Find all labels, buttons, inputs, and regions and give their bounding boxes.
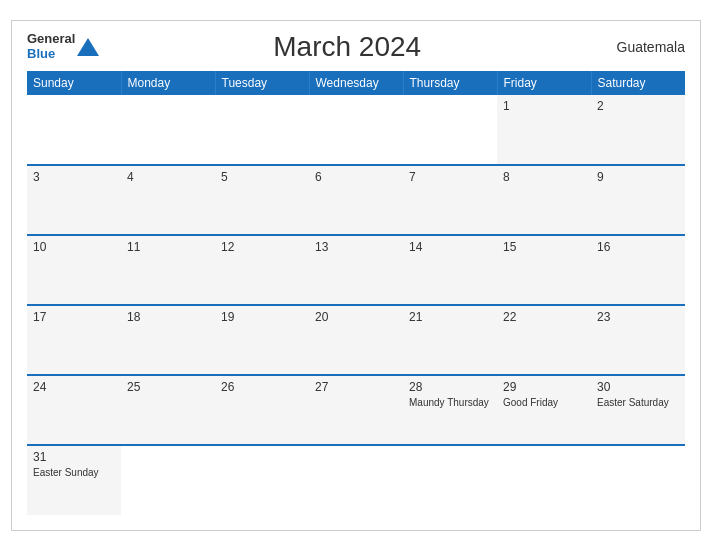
calendar-cell [215,445,309,515]
calendar-cell: 10 [27,235,121,305]
days-header-row: SundayMondayTuesdayWednesdayThursdayFrid… [27,71,685,95]
day-number: 6 [315,170,397,184]
week-row-4: 17181920212223 [27,305,685,375]
day-number: 10 [33,240,115,254]
calendar-cell [497,445,591,515]
calendar-cell: 7 [403,165,497,235]
day-header-monday: Monday [121,71,215,95]
day-header-sunday: Sunday [27,71,121,95]
day-number: 26 [221,380,303,394]
day-number: 22 [503,310,585,324]
day-number: 17 [33,310,115,324]
holiday-label: Easter Sunday [33,466,115,479]
calendar-cell: 28Maundy Thursday [403,375,497,445]
calendar-cell [121,95,215,165]
day-number: 19 [221,310,303,324]
day-number: 28 [409,380,491,394]
calendar-cell: 31Easter Sunday [27,445,121,515]
day-number: 14 [409,240,491,254]
day-number: 13 [315,240,397,254]
day-number: 4 [127,170,209,184]
calendar-cell: 19 [215,305,309,375]
calendar-cell: 12 [215,235,309,305]
calendar-cell: 14 [403,235,497,305]
week-row-2: 3456789 [27,165,685,235]
calendar-cell: 27 [309,375,403,445]
calendar-cell: 15 [497,235,591,305]
day-number: 16 [597,240,679,254]
calendar-cell: 16 [591,235,685,305]
day-number: 12 [221,240,303,254]
calendar-cell: 24 [27,375,121,445]
week-row-1: 12 [27,95,685,165]
calendar-cell: 18 [121,305,215,375]
calendar-title: March 2024 [99,31,595,63]
day-number: 23 [597,310,679,324]
calendar-cell: 17 [27,305,121,375]
day-number: 1 [503,99,585,113]
logo-blue: Blue [27,47,75,61]
calendar-cell [27,95,121,165]
day-header-tuesday: Tuesday [215,71,309,95]
calendar-cell: 3 [27,165,121,235]
calendar-cell: 11 [121,235,215,305]
calendar-cell [121,445,215,515]
day-header-friday: Friday [497,71,591,95]
week-row-3: 10111213141516 [27,235,685,305]
svg-marker-0 [77,38,99,56]
day-number: 21 [409,310,491,324]
calendar-cell [309,445,403,515]
calendar-cell: 30Easter Saturday [591,375,685,445]
calendar-cell: 5 [215,165,309,235]
calendar-container: General Blue March 2024 Guatemala Sunday… [11,20,701,531]
day-number: 24 [33,380,115,394]
day-number: 9 [597,170,679,184]
calendar-cell [215,95,309,165]
calendar-cell: 22 [497,305,591,375]
calendar-cell: 2 [591,95,685,165]
day-number: 31 [33,450,115,464]
calendar-cell: 29Good Friday [497,375,591,445]
day-number: 11 [127,240,209,254]
calendar-country: Guatemala [595,39,685,55]
day-number: 2 [597,99,679,113]
day-number: 7 [409,170,491,184]
logo-flag-icon [77,36,99,58]
calendar-cell: 20 [309,305,403,375]
calendar-cell: 13 [309,235,403,305]
day-number: 25 [127,380,209,394]
calendar-cell [403,95,497,165]
day-number: 29 [503,380,585,394]
holiday-label: Easter Saturday [597,396,679,409]
calendar-cell [309,95,403,165]
week-row-5: 2425262728Maundy Thursday29Good Friday30… [27,375,685,445]
day-number: 3 [33,170,115,184]
holiday-label: Maundy Thursday [409,396,491,409]
calendar-table: SundayMondayTuesdayWednesdayThursdayFrid… [27,71,685,515]
calendar-header: General Blue March 2024 Guatemala [27,31,685,63]
calendar-cell: 25 [121,375,215,445]
calendar-cell [403,445,497,515]
day-number: 15 [503,240,585,254]
week-row-6: 31Easter Sunday [27,445,685,515]
holiday-label: Good Friday [503,396,585,409]
day-number: 8 [503,170,585,184]
day-number: 18 [127,310,209,324]
day-number: 27 [315,380,397,394]
day-number: 30 [597,380,679,394]
day-header-saturday: Saturday [591,71,685,95]
logo: General Blue [27,32,99,61]
calendar-cell: 1 [497,95,591,165]
calendar-cell: 4 [121,165,215,235]
day-number: 20 [315,310,397,324]
day-header-thursday: Thursday [403,71,497,95]
calendar-cell: 9 [591,165,685,235]
day-header-wednesday: Wednesday [309,71,403,95]
calendar-cell: 6 [309,165,403,235]
calendar-cell: 23 [591,305,685,375]
logo-general: General [27,32,75,46]
calendar-cell: 21 [403,305,497,375]
calendar-cell: 26 [215,375,309,445]
calendar-cell: 8 [497,165,591,235]
day-number: 5 [221,170,303,184]
